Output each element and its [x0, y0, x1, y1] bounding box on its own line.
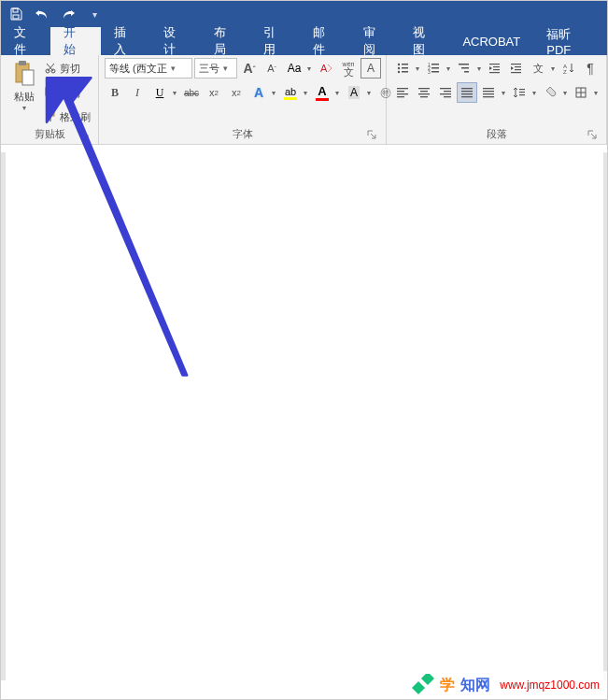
svg-rect-24 [459, 64, 469, 65]
paste-button[interactable]: 粘贴 ▾ [7, 58, 42, 112]
bullets-button[interactable]: ▾ [392, 58, 422, 79]
align-left-button[interactable] [392, 82, 413, 103]
svg-point-12 [398, 64, 400, 65]
tab-mailings[interactable]: 邮件 [300, 27, 349, 55]
svg-rect-46 [440, 88, 451, 89]
strikethrough-button[interactable]: abc [181, 82, 202, 103]
format-painter-button[interactable]: 格式刷 [44, 107, 91, 127]
phonetic-guide-button[interactable]: wén文 [338, 58, 359, 79]
svg-rect-4 [22, 70, 34, 85]
svg-rect-65 [412, 681, 425, 694]
undo-button[interactable] [33, 5, 51, 23]
subscript-button[interactable]: x2 [204, 82, 224, 103]
svg-rect-44 [418, 93, 430, 94]
tab-acrobat[interactable]: ACROBAT [449, 27, 533, 55]
svg-text:3: 3 [428, 69, 431, 75]
tab-insert[interactable]: 插入 [101, 27, 150, 55]
copy-label: 复制 [60, 86, 80, 100]
group-clipboard: 粘贴 ▾ 剪切 复制 [1, 55, 99, 144]
redo-button[interactable] [59, 5, 78, 23]
svg-rect-49 [444, 96, 451, 97]
tab-home[interactable]: 开始 [50, 27, 100, 55]
ribbon: 粘贴 ▾ 剪切 复制 [1, 55, 607, 145]
align-justify-button[interactable] [457, 82, 477, 103]
shrink-font-button[interactable]: Aˇ [262, 58, 282, 79]
underline-button[interactable]: U▾ [149, 82, 179, 103]
cut-button[interactable]: 剪切 [44, 58, 91, 79]
svg-rect-39 [397, 91, 404, 92]
change-case-button[interactable]: Aa▾ [284, 58, 314, 79]
document-area[interactable] [1, 152, 607, 680]
svg-rect-0 [13, 8, 18, 12]
align-distributed-button[interactable]: ▾ [478, 82, 508, 103]
chevron-down-icon: ▾ [304, 58, 314, 79]
svg-rect-10 [49, 116, 51, 121]
character-shading-button[interactable]: A▾ [344, 82, 374, 103]
text-effects-button[interactable]: A▾ [248, 82, 278, 103]
svg-rect-28 [493, 66, 500, 67]
highlight-color-button[interactable]: ab▾ [280, 82, 310, 103]
document-page[interactable] [6, 152, 603, 680]
svg-rect-55 [483, 91, 494, 92]
align-right-button[interactable] [435, 82, 456, 103]
font-size-combo[interactable]: 三号▾ [194, 58, 237, 79]
tab-references[interactable]: 引用 [250, 27, 300, 55]
tab-foxit[interactable]: 福昕PDF [533, 27, 607, 55]
svg-rect-38 [397, 88, 408, 89]
line-spacing-button[interactable]: ▾ [509, 82, 539, 103]
svg-rect-19 [431, 64, 439, 65]
paragraph-group-label: 段落 [487, 128, 507, 139]
svg-rect-64 [421, 674, 434, 685]
tab-design[interactable]: 设计 [150, 27, 200, 55]
increase-indent-button[interactable] [506, 58, 527, 79]
chevron-down-icon: ▾ [474, 58, 484, 79]
paste-icon [11, 60, 37, 88]
svg-rect-21 [431, 67, 439, 69]
svg-rect-31 [511, 64, 521, 64]
svg-rect-32 [515, 66, 521, 67]
group-paragraph: ▾ 123▾ ▾ 文▾ AZ ¶ ▾ ▾ ▾ ▾ 段落 [387, 55, 607, 144]
tab-review[interactable]: 审阅 [350, 27, 400, 55]
svg-rect-57 [483, 96, 494, 97]
bold-button[interactable]: B [105, 82, 125, 103]
watermark-footer: 学知网 www.jmqz1000.com [404, 671, 607, 699]
align-center-button[interactable] [414, 82, 434, 103]
format-painter-label: 格式刷 [60, 110, 91, 124]
show-hide-marks-button[interactable]: ¶ [580, 58, 601, 79]
tab-file[interactable]: 文件 [1, 27, 50, 55]
shading-button[interactable]: ▾ [540, 82, 570, 103]
numbering-button[interactable]: 123▾ [423, 58, 453, 79]
character-border-button[interactable]: A [361, 58, 381, 79]
decrease-indent-button[interactable] [485, 58, 505, 79]
chevron-down-icon: ▾ [413, 58, 422, 79]
svg-rect-56 [483, 93, 494, 94]
grow-font-button[interactable]: Aˆ [239, 58, 260, 79]
svg-rect-47 [444, 91, 451, 92]
paragraph-dialog-launcher[interactable] [587, 130, 599, 141]
clipboard-dialog-launcher[interactable] [79, 130, 91, 141]
sort-button[interactable]: AZ [559, 58, 579, 79]
tab-layout[interactable]: 布局 [201, 27, 250, 55]
svg-text:Z: Z [563, 69, 567, 75]
save-button[interactable] [7, 5, 25, 23]
quick-access-toolbar: ▾ [1, 1, 607, 27]
svg-rect-50 [461, 88, 473, 89]
svg-rect-8 [49, 90, 55, 97]
svg-rect-48 [440, 93, 451, 94]
clear-formatting-button[interactable]: A [316, 58, 336, 79]
copy-button[interactable]: 复制 [44, 82, 91, 103]
svg-rect-45 [420, 96, 428, 97]
superscript-button[interactable]: x2 [226, 82, 247, 103]
svg-rect-60 [519, 94, 525, 95]
multilevel-list-button[interactable]: ▾ [454, 58, 484, 79]
font-name-combo[interactable]: 等线 (西文正▾ [105, 58, 192, 79]
paste-dropdown-icon[interactable]: ▾ [22, 104, 26, 112]
asian-layout-button[interactable]: 文▾ [528, 58, 558, 79]
borders-button[interactable]: ▾ [571, 82, 601, 103]
chevron-down-icon: ▾ [332, 82, 342, 103]
qat-customize-dropdown[interactable]: ▾ [85, 5, 104, 23]
font-color-button[interactable]: A▾ [312, 82, 342, 103]
tab-view[interactable]: 视图 [400, 27, 449, 55]
italic-button[interactable]: I [127, 82, 148, 103]
font-dialog-launcher[interactable] [367, 130, 378, 141]
